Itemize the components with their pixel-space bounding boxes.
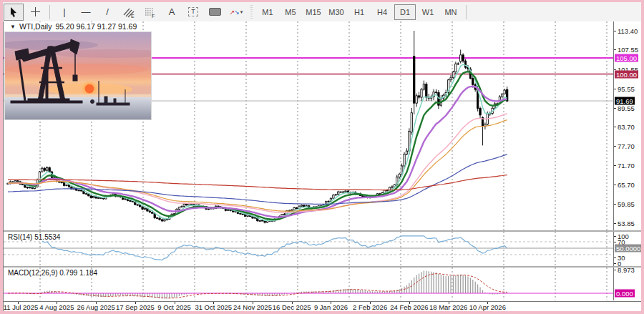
rsi-value: 51.5534: [34, 233, 60, 241]
date-label: 2 Feb 2026: [353, 303, 387, 311]
date-label: 17 Sep 2025: [116, 303, 155, 311]
chart-region: ▼ WTI,Daily 95.20 96.17 91.27 91.69: [3, 21, 641, 311]
date-label: 24 Feb 2026: [390, 303, 428, 311]
axis-tick-label: 8.973: [618, 268, 635, 274]
axis-tick-label: 113.40: [618, 27, 638, 35]
fibonacci-tool-icon[interactable]: F: [140, 4, 160, 21]
price-badge: 50.0000: [615, 245, 641, 252]
chevron-down-icon[interactable]: ▼: [10, 24, 16, 30]
timeframe-m5-button[interactable]: M5: [280, 4, 301, 20]
price-panel[interactable]: ▼ WTI,Daily 95.20 96.17 91.27 91.69: [4, 21, 641, 230]
date-label: 18 Mar 2026: [429, 303, 467, 311]
date-label: 16 Dec 2025: [273, 303, 311, 311]
rsi-panel[interactable]: RSI(14) 51.5534 1007030050.0000: [4, 232, 641, 266]
svg-text:F: F: [152, 13, 155, 18]
date-label: 11 Jul 2025: [4, 303, 38, 311]
axis-tick-label: 89.55: [618, 104, 635, 112]
price-badge: 105.00: [615, 54, 638, 62]
toolbar-separator: [49, 5, 50, 19]
date-label: 24 Nov 2025: [233, 303, 272, 311]
date-label: 31 Oct 2025: [195, 303, 232, 311]
axis-tick-label: 95.55: [618, 84, 635, 92]
trendline-tool-icon[interactable]: /: [97, 4, 117, 21]
ohlc-values: 95.20 96.17 91.27 91.69: [55, 22, 137, 31]
price-badge: 0.000: [615, 290, 635, 298]
symbol-label: WTI,Daily: [19, 22, 52, 31]
date-label: 9 Jan 2026: [314, 303, 348, 311]
arrows-tool-icon[interactable]: ↗↘▾: [226, 4, 246, 21]
price-axis: 113.40107.55101.5595.5589.5583.7077.7071…: [613, 21, 641, 230]
axis-tick-label: 71.70: [618, 162, 635, 170]
rsi-axis: 1007030050.0000: [613, 232, 641, 266]
date-axis: 11 Jul 20254 Aug 202526 Aug 202517 Sep 2…: [4, 301, 641, 311]
toolbar-drag-handle[interactable]: [250, 5, 253, 19]
timeframe-m30-button[interactable]: M30: [326, 4, 347, 20]
axis-tick-label: 65.70: [618, 181, 635, 189]
timeframe-w1-button[interactable]: W1: [417, 4, 439, 20]
toolbar: |—/EFAT↗↘▾ M1M5M15M30H1H4D1W1MN: [3, 2, 641, 22]
macd-label: MACD(12,26,9) 0.799 1.184: [8, 269, 97, 277]
axis-tick-label: 77.70: [618, 142, 635, 150]
text-tool-icon[interactable]: A: [162, 4, 182, 21]
timeframe-mn-button[interactable]: MN: [440, 4, 462, 20]
svg-text:E: E: [131, 13, 135, 18]
drawing-tools-group: |—/EFAT↗↘▾: [3, 4, 247, 21]
axis-tick-label: 107.55: [618, 46, 638, 54]
cursor-tool-icon[interactable]: [4, 4, 24, 21]
timeframe-m1-button[interactable]: M1: [257, 4, 278, 20]
text-label-tool-icon[interactable]: T: [183, 4, 203, 21]
date-label: 4 Aug 2025: [39, 303, 74, 311]
vertical-line-tool-icon[interactable]: |: [54, 4, 74, 21]
crosshair-tool-icon[interactable]: [25, 4, 45, 21]
date-label: 9 Oct 2025: [157, 303, 190, 311]
axis-tick-label: 53.85: [618, 219, 635, 227]
date-label: 26 Aug 2025: [77, 303, 114, 311]
rsi-label: RSI(14) 51.5534: [8, 233, 60, 241]
date-label: 10 Apr 2026: [469, 303, 506, 311]
price-badge: 91.69: [615, 97, 635, 105]
oil-pumpjack-photo: [4, 31, 152, 120]
timeframe-h4-button[interactable]: H4: [371, 4, 393, 20]
price-badge: 100.00: [615, 70, 638, 78]
timeframe-h1-button[interactable]: H1: [348, 4, 370, 20]
equidistant-channel-tool-icon[interactable]: E: [119, 4, 139, 21]
macd-values: 0.799 1.184: [59, 269, 97, 277]
trading-terminal-window: { "window": {"frame_color": "#f2bcc8"}, …: [0, 0, 644, 314]
axis-tick-label: 83.70: [618, 123, 635, 131]
timeframe-m15-button[interactable]: M15: [303, 4, 324, 20]
axis-tick-label: 0: [618, 260, 621, 267]
chart-title: ▼ WTI,Daily 95.20 96.17 91.27 91.69: [8, 22, 139, 31]
timeframe-group: M1M5M15M30H1H4D1W1MN: [256, 4, 462, 20]
toolbar-separator: [466, 5, 467, 19]
macd-panel[interactable]: MACD(12,26,9) 0.799 1.184 8.9730.000: [4, 268, 641, 300]
timeframe-d1-button[interactable]: D1: [394, 4, 416, 20]
horizontal-line-tool-icon[interactable]: —: [76, 4, 96, 21]
shapes-tool-icon[interactable]: [205, 4, 225, 21]
axis-tick-label: 59.85: [618, 200, 635, 207]
macd-axis: 8.9730.000: [613, 268, 641, 300]
